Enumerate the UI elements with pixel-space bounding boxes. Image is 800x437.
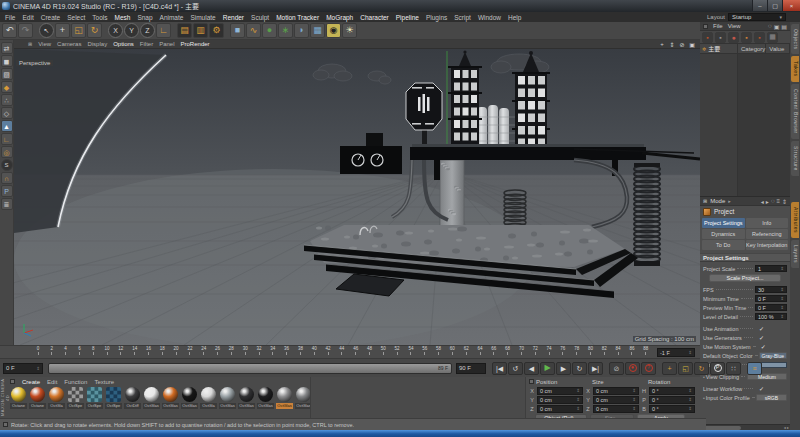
minimum-time-field[interactable]: 0 F⇕ xyxy=(755,295,787,302)
menu-window[interactable]: Window xyxy=(478,14,501,21)
object-panel-menu-view[interactable]: View xyxy=(728,23,741,29)
material-swatch[interactable]: OctSpe xyxy=(86,387,103,409)
stepper-icon[interactable]: ⇕ xyxy=(688,350,692,355)
expand-dot-icon[interactable]: • xyxy=(703,395,705,401)
coordinate-field-x[interactable]: 0 cm⇕ xyxy=(537,387,583,395)
use-animation-checkbox[interactable]: ✓ xyxy=(755,325,787,332)
generators-icon[interactable]: ● xyxy=(262,23,277,38)
coordinate-field-y[interactable]: 0 cm⇕ xyxy=(593,396,639,404)
stepper-icon[interactable]: ⇕ xyxy=(576,388,580,393)
fps-field[interactable]: 30⇕ xyxy=(755,286,787,293)
menu-character[interactable]: Character xyxy=(360,14,389,21)
spline-pen-icon[interactable]: ∿ xyxy=(246,23,261,38)
stepper-icon[interactable]: ⇕ xyxy=(780,287,784,292)
stepper-icon[interactable]: ⇕ xyxy=(688,388,692,393)
take-list-tree[interactable] xyxy=(700,54,738,196)
tab-dynamics[interactable]: Dynamics xyxy=(702,229,745,239)
use-generators-checkbox[interactable]: ✓ xyxy=(755,334,787,341)
stepper-icon[interactable]: ⇕ xyxy=(576,397,580,402)
menu-animate[interactable]: Animate xyxy=(160,14,184,21)
menu-pipeline[interactable]: Pipeline xyxy=(396,14,419,21)
panel-checkbox[interactable] xyxy=(529,379,534,384)
coordinate-field-x[interactable]: 0 cm⇕ xyxy=(593,387,639,395)
side-tab-structure[interactable]: Structure xyxy=(791,141,799,176)
side-tab-layers[interactable]: Layers xyxy=(791,240,799,268)
camera-label[interactable]: Perspective xyxy=(16,60,53,66)
coordinate-field-p[interactable]: 0 °⇕ xyxy=(649,396,695,404)
timeline-range-slider[interactable]: 89 F xyxy=(48,363,452,374)
attribute-object-row[interactable]: Project xyxy=(700,206,790,217)
viewport-menu-display[interactable]: Display xyxy=(87,41,107,47)
take-item-main[interactable]: ✲ 主要 xyxy=(700,44,738,53)
viewport[interactable]: ⊞ ViewCamerasDisplayOptionsFilterPanelPr… xyxy=(14,40,700,345)
take-filter-icon[interactable]: ▦ xyxy=(767,32,778,43)
timeline-mode-button[interactable]: ≡ xyxy=(747,362,762,375)
stepper-icon[interactable]: ⇕ xyxy=(632,397,636,402)
status-checkbox[interactable] xyxy=(3,422,8,427)
auto-take-icon[interactable]: ● xyxy=(728,32,739,43)
menu-mesh[interactable]: Mesh xyxy=(114,14,130,21)
scale-icon[interactable]: ◱ xyxy=(71,23,86,38)
viewport-menu-view[interactable]: View xyxy=(38,41,51,47)
next-key-button[interactable]: ↻ xyxy=(572,362,587,375)
tab-project-settings[interactable]: Project Settings xyxy=(702,218,745,228)
rotate-view-icon[interactable]: ⊘ xyxy=(678,41,686,48)
object-panel-menu-file[interactable]: File xyxy=(713,23,723,29)
viewport-menu-options[interactable]: Options xyxy=(113,41,134,47)
material-swatch[interactable]: Octane xyxy=(29,387,46,409)
material-swatch[interactable]: OctDiff xyxy=(124,387,141,409)
points-mode-icon[interactable]: ∴ xyxy=(1,94,13,106)
polygons-mode-icon[interactable]: ▲ xyxy=(1,120,13,132)
coordinate-field-z[interactable]: 0 cm⇕ xyxy=(593,405,639,413)
add-take-icon[interactable]: ▪ xyxy=(702,32,713,43)
coordinate-field-h[interactable]: 0 °⇕ xyxy=(649,387,695,395)
z-axis-lock-icon[interactable]: Z xyxy=(140,23,155,38)
stepper-icon[interactable]: ⇕ xyxy=(576,406,580,411)
y-axis-lock-icon[interactable]: Y xyxy=(124,23,139,38)
material-swatch[interactable]: OctGlas xyxy=(257,387,274,409)
edges-mode-icon[interactable]: ◇ xyxy=(1,107,13,119)
material-swatch[interactable]: OctGlas xyxy=(181,387,198,409)
layers-icon[interactable]: P xyxy=(1,185,13,197)
stepper-icon[interactable]: ⇕ xyxy=(36,366,40,371)
key-scale-button[interactable]: ◱ xyxy=(678,362,693,375)
stepper-icon[interactable]: ⇕ xyxy=(780,314,784,319)
stepper-icon[interactable]: ⇕ xyxy=(632,388,636,393)
menu-snap[interactable]: Snap xyxy=(137,14,152,21)
live-selection-icon[interactable]: ↖ xyxy=(39,23,54,38)
timeline-ruler[interactable]: 0246810121416182022242628303234363840424… xyxy=(0,345,700,358)
material-swatch[interactable]: OctGla xyxy=(200,387,217,409)
menu-help[interactable]: Help xyxy=(508,14,521,21)
keyframe-selection-button[interactable]: ? xyxy=(641,362,656,375)
tab-key-interpolation[interactable]: Key Interpolation xyxy=(746,240,789,250)
key-position-button[interactable]: + xyxy=(662,362,677,375)
coordinate-field-b[interactable]: 0 °⇕ xyxy=(649,405,695,413)
scrollbar-thumb[interactable] xyxy=(703,426,741,430)
camera-icon[interactable]: ◉ xyxy=(326,23,341,38)
menu-mograph[interactable]: MoGraph xyxy=(326,14,353,21)
take-list-values[interactable] xyxy=(738,54,790,196)
side-tab-objects[interactable]: Objects xyxy=(791,24,799,54)
viewport-canvas[interactable]: Perspective Grid Spacing : 100 cm xyxy=(14,49,700,345)
preview-min-time-field[interactable]: 0 F⇕ xyxy=(755,304,787,311)
search-icon[interactable]: ◌ xyxy=(768,23,772,30)
previous-frame-button[interactable]: ◀ xyxy=(524,362,539,375)
project-scale-field[interactable]: 1⇕ xyxy=(755,265,787,272)
side-tab-content-browser[interactable]: Content Browser xyxy=(791,84,799,139)
material-swatch[interactable]: OctGlas xyxy=(276,387,293,409)
light-icon[interactable]: ☀ xyxy=(342,23,357,38)
redo-icon[interactable]: ↷ xyxy=(18,23,33,38)
menu-simulate[interactable]: Simulate xyxy=(190,14,215,21)
x-axis-lock-icon[interactable]: X xyxy=(108,23,123,38)
material-swatch[interactable]: OctGlas xyxy=(143,387,160,409)
key-rotation-button[interactable]: ↻ xyxy=(694,362,709,375)
nav-forward-icon[interactable]: ▸ xyxy=(766,198,769,205)
take-list[interactable] xyxy=(700,54,790,196)
material-menu-texture[interactable]: Texture xyxy=(94,379,114,385)
workplane-icon[interactable]: ◆ xyxy=(1,81,13,93)
color-swatch[interactable] xyxy=(761,362,787,368)
input-color-profile-select[interactable]: sRGB xyxy=(756,394,787,401)
take-manager-icon[interactable]: ▪ xyxy=(715,32,726,43)
menu-sculpt[interactable]: Sculpt xyxy=(251,14,269,21)
menu-script[interactable]: Script xyxy=(454,14,471,21)
